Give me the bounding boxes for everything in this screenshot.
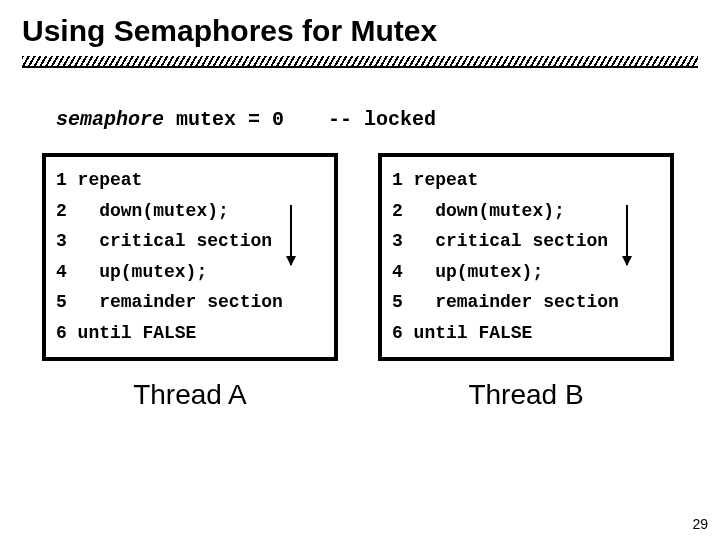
code-boxes: 1 repeat 2 down(mutex); 3 critical secti… (42, 153, 678, 361)
declaration-left: semaphore mutex = 0 (56, 108, 328, 131)
declaration-row: semaphore mutex = 0 -- locked (0, 108, 720, 131)
code-line: 3 critical section (56, 226, 324, 257)
thread-a-box: 1 repeat 2 down(mutex); 3 critical secti… (42, 153, 338, 361)
code-line: 4 up(mutex); (392, 257, 660, 288)
declaration-comment: -- locked (328, 108, 436, 131)
thread-a-label: Thread A (42, 379, 338, 411)
code-line: 2 down(mutex); (392, 196, 660, 227)
code-line: 6 until FALSE (56, 318, 324, 349)
code-line: 2 down(mutex); (56, 196, 324, 227)
declaration-keyword: semaphore (56, 108, 164, 131)
arrow-icon (626, 205, 628, 265)
page-number: 29 (692, 516, 708, 532)
thread-b-box: 1 repeat 2 down(mutex); 3 critical secti… (378, 153, 674, 361)
code-line: 3 critical section (392, 226, 660, 257)
title-rule (22, 56, 698, 68)
code-line: 4 up(mutex); (56, 257, 324, 288)
code-line: 1 repeat (392, 165, 660, 196)
code-line: 5 remainder section (56, 287, 324, 318)
slide-title: Using Semaphores for Mutex (0, 0, 720, 52)
declaration-expr: mutex = 0 (164, 108, 284, 131)
thread-labels: Thread A Thread B (42, 379, 678, 411)
code-line: 5 remainder section (392, 287, 660, 318)
code-line: 1 repeat (56, 165, 324, 196)
thread-b-label: Thread B (378, 379, 674, 411)
code-line: 6 until FALSE (392, 318, 660, 349)
arrow-icon (290, 205, 292, 265)
